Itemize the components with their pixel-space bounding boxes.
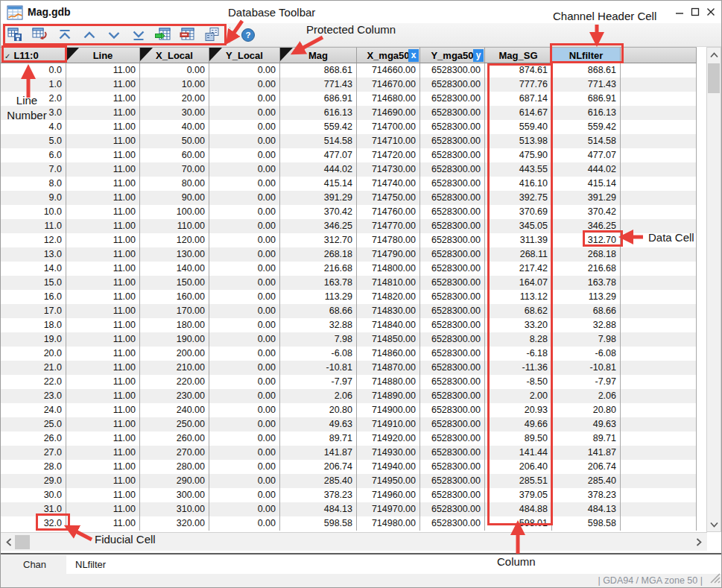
- data-cell[interactable]: 268.18: [280, 247, 357, 262]
- data-cell[interactable]: 0.00: [209, 290, 280, 304]
- empty-cell[interactable]: [621, 318, 697, 332]
- empty-cell[interactable]: [621, 375, 697, 389]
- empty-cell[interactable]: [621, 191, 697, 205]
- data-cell[interactable]: 714870.00: [357, 361, 420, 375]
- data-cell[interactable]: 777.76: [485, 78, 552, 92]
- data-cell[interactable]: 714820.00: [357, 290, 420, 304]
- data-cell[interactable]: 141.87: [280, 446, 357, 460]
- data-cell[interactable]: 0.00: [209, 63, 280, 78]
- data-cell[interactable]: 11.00: [66, 63, 140, 78]
- data-cell[interactable]: 370.42: [552, 205, 621, 219]
- data-cell[interactable]: 68.62: [485, 304, 552, 318]
- data-cell[interactable]: 6528300.00: [420, 134, 485, 148]
- data-cell[interactable]: 140.00: [140, 262, 209, 276]
- data-cell[interactable]: 714840.00: [357, 318, 420, 332]
- data-cell[interactable]: 444.02: [280, 162, 357, 177]
- data-cell[interactable]: 11.00: [66, 177, 140, 191]
- data-cell[interactable]: 0.00: [209, 446, 280, 460]
- data-cell[interactable]: 714860.00: [357, 347, 420, 361]
- data-cell[interactable]: 616.13: [552, 106, 621, 120]
- data-cell[interactable]: 285.51: [485, 474, 552, 488]
- data-cell[interactable]: 300.00: [140, 488, 209, 502]
- data-cell[interactable]: 11.00: [66, 516, 140, 531]
- last-line-icon[interactable]: [129, 25, 148, 44]
- data-cell[interactable]: 6528300.00: [420, 247, 485, 262]
- data-cell[interactable]: 11.00: [66, 233, 140, 247]
- data-cell[interactable]: 6528300.00: [420, 460, 485, 474]
- delete-channel-icon[interactable]: [178, 25, 197, 44]
- header-cell-y_local[interactable]: Y_Local: [209, 47, 280, 63]
- data-cell[interactable]: 217.42: [485, 262, 552, 276]
- empty-cell[interactable]: [621, 276, 697, 290]
- data-cell[interactable]: 6528300.00: [420, 389, 485, 403]
- empty-cell[interactable]: [621, 134, 697, 148]
- data-cell[interactable]: 6528300.00: [420, 361, 485, 375]
- data-cell[interactable]: 40.00: [140, 120, 209, 134]
- data-cell[interactable]: 11.00: [66, 417, 140, 431]
- data-cell[interactable]: 60.00: [140, 148, 209, 162]
- data-cell[interactable]: 7.98: [280, 332, 357, 347]
- data-cell[interactable]: 90.00: [140, 191, 209, 205]
- data-cell[interactable]: 714910.00: [357, 417, 420, 431]
- fiducial-cell[interactable]: 4.0: [1, 120, 66, 134]
- fiducial-cell[interactable]: 25.0: [1, 417, 66, 431]
- data-cell[interactable]: 714850.00: [357, 332, 420, 347]
- fiducial-cell[interactable]: 23.0: [1, 389, 66, 403]
- data-cell[interactable]: 714970.00: [357, 502, 420, 516]
- data-cell[interactable]: 6528300.00: [420, 162, 485, 177]
- empty-cell[interactable]: [621, 304, 697, 318]
- data-cell[interactable]: 220.00: [140, 375, 209, 389]
- data-cell[interactable]: 11.00: [66, 304, 140, 318]
- data-cell[interactable]: 49.63: [280, 417, 357, 431]
- data-cell[interactable]: 150.00: [140, 276, 209, 290]
- data-cell[interactable]: 714920.00: [357, 431, 420, 446]
- data-cell[interactable]: 11.00: [66, 247, 140, 262]
- save-database-icon[interactable]: [6, 25, 25, 44]
- empty-cell[interactable]: [621, 417, 697, 431]
- data-cell[interactable]: 0.00: [209, 276, 280, 290]
- fiducial-cell[interactable]: 24.0: [1, 403, 66, 417]
- data-cell[interactable]: 0.00: [209, 347, 280, 361]
- empty-cell[interactable]: [621, 460, 697, 474]
- data-cell[interactable]: -6.08: [552, 347, 621, 361]
- empty-cell[interactable]: [621, 403, 697, 417]
- data-cell[interactable]: 11.00: [66, 347, 140, 361]
- data-cell[interactable]: 484.88: [485, 502, 552, 516]
- data-cell[interactable]: 130.00: [140, 247, 209, 262]
- fiducial-cell[interactable]: 14.0: [1, 262, 66, 276]
- horizontal-scrollbar-thumb[interactable]: [15, 535, 30, 549]
- data-cell[interactable]: 714760.00: [357, 205, 420, 219]
- fiducial-cell[interactable]: 5.0: [1, 134, 66, 148]
- data-cell[interactable]: 11.00: [66, 262, 140, 276]
- data-cell[interactable]: 11.00: [66, 92, 140, 106]
- data-cell[interactable]: -10.81: [552, 361, 621, 375]
- scroll-right-icon[interactable]: [692, 534, 706, 549]
- data-cell[interactable]: 113.12: [485, 290, 552, 304]
- data-cell[interactable]: 6528300.00: [420, 92, 485, 106]
- empty-cell[interactable]: [621, 106, 697, 120]
- data-cell[interactable]: 113.29: [552, 290, 621, 304]
- data-cell[interactable]: 312.70: [280, 233, 357, 247]
- data-cell[interactable]: 268.18: [552, 247, 621, 262]
- data-cell[interactable]: 210.00: [140, 361, 209, 375]
- fiducial-cell[interactable]: 18.0: [1, 318, 66, 332]
- empty-cell[interactable]: [621, 262, 697, 276]
- data-cell[interactable]: 190.00: [140, 332, 209, 347]
- fiducial-cell[interactable]: 0.0: [1, 63, 66, 78]
- data-cell[interactable]: 32.88: [280, 318, 357, 332]
- data-cell[interactable]: 0.00: [209, 502, 280, 516]
- vertical-scrollbar[interactable]: [706, 47, 721, 532]
- fiducial-cell[interactable]: 30.0: [1, 488, 66, 502]
- header-cell-empty[interactable]: [621, 47, 697, 63]
- data-cell[interactable]: 0.00: [209, 488, 280, 502]
- data-cell[interactable]: 180.00: [140, 318, 209, 332]
- data-cell[interactable]: 312.70: [552, 233, 621, 247]
- data-cell[interactable]: -6.18: [485, 347, 552, 361]
- empty-cell[interactable]: [621, 446, 697, 460]
- data-cell[interactable]: 6528300.00: [420, 446, 485, 460]
- data-cell[interactable]: 714730.00: [357, 162, 420, 177]
- fiducial-cell[interactable]: 3.0: [1, 106, 66, 120]
- data-cell[interactable]: 616.13: [280, 106, 357, 120]
- empty-cell[interactable]: [621, 516, 697, 531]
- data-cell[interactable]: 6528300.00: [420, 318, 485, 332]
